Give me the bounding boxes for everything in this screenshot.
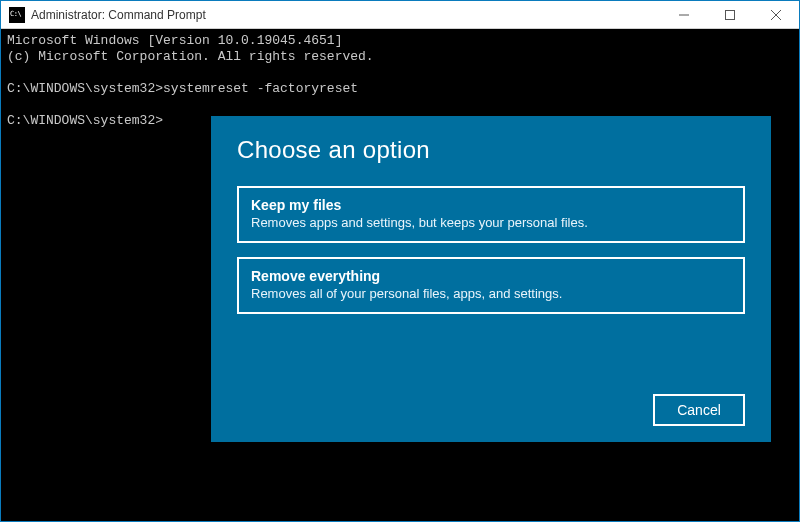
titlebar[interactable]: Administrator: Command Prompt <box>1 1 799 29</box>
command-prompt-window: Administrator: Command Prompt Microsoft … <box>0 0 800 522</box>
console-line: C:\WINDOWS\system32>systemreset -factory… <box>7 81 358 96</box>
cancel-button[interactable]: Cancel <box>653 394 745 426</box>
option-title: Remove everything <box>251 267 731 285</box>
minimize-button[interactable] <box>661 1 707 29</box>
console-line: Microsoft Windows [Version 10.0.19045.46… <box>7 33 342 48</box>
reset-dialog: Choose an option Keep my files Removes a… <box>211 116 771 442</box>
dialog-heading: Choose an option <box>237 136 745 164</box>
window-title: Administrator: Command Prompt <box>31 8 206 22</box>
dialog-footer: Cancel <box>237 394 745 426</box>
close-button[interactable] <box>753 1 799 29</box>
option-title: Keep my files <box>251 196 731 214</box>
cancel-button-label: Cancel <box>677 402 721 418</box>
option-desc: Removes apps and settings, but keeps you… <box>251 214 731 231</box>
option-remove-everything[interactable]: Remove everything Removes all of your pe… <box>237 257 745 314</box>
svg-rect-1 <box>726 10 735 19</box>
cmd-icon <box>9 7 25 23</box>
console-line: (c) Microsoft Corporation. All rights re… <box>7 49 374 64</box>
option-desc: Removes all of your personal files, apps… <box>251 285 731 302</box>
option-keep-my-files[interactable]: Keep my files Removes apps and settings,… <box>237 186 745 243</box>
maximize-button[interactable] <box>707 1 753 29</box>
console-line: C:\WINDOWS\system32> <box>7 113 163 128</box>
